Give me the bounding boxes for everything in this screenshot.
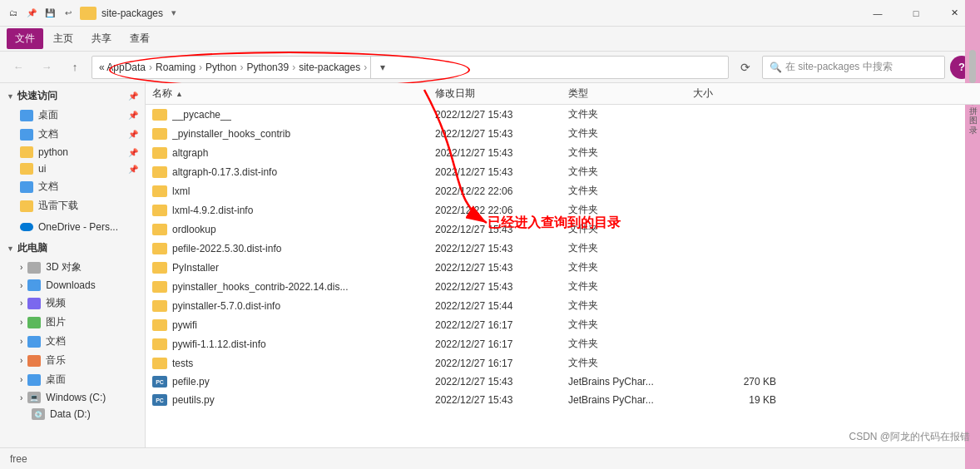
3d-folder-icon [27,262,41,274]
table-row[interactable]: altgraph-0.17.3.dist-info 2022/12/27 15:… [146,162,980,181]
music-chevron: › [20,356,22,365]
minimize-button[interactable]: — [859,0,897,27]
search-placeholder: 在 site-packages 中搜索 [785,60,893,74]
file-type: JetBrains PyChar... [568,394,693,406]
file-type: 文件夹 [568,146,693,160]
sidebar-item-windows-c[interactable]: › 💻 Windows (C:) [0,389,145,406]
search-box[interactable]: 🔍 在 site-packages 中搜索 [762,56,945,79]
menu-bar: 文件 主页 共享 查看 ▲ [0,27,980,52]
sidebar-item-pictures[interactable]: › 图片 [0,313,145,332]
table-row[interactable]: lxml-4.9.2.dist-info 2022/12/22 22:06 文件… [146,200,980,220]
file-name: pyinstaller-5.7.0.dist-info [172,300,280,312]
scrollbar-thumb[interactable] [969,50,976,83]
sidebar-item-label: 迅雷下载 [38,199,78,213]
file-date: 2022/12/27 15:43 [435,166,568,178]
folder-icon [152,205,167,216]
sidebar-item-xunlei[interactable]: 迅雷下载 [0,196,145,215]
vert-text-3: 图 [967,106,978,113]
path-python[interactable]: Python [205,62,236,73]
table-row[interactable]: pywifi 2022/12/27 16:17 文件夹 [146,315,980,334]
table-row[interactable]: __pycache__ 2022/12/27 15:43 文件夹 [146,105,980,124]
address-dropdown[interactable]: ▾ [370,56,393,79]
menu-view[interactable]: 查看 [121,28,158,49]
file-type: 文件夹 [568,260,693,274]
sidebar-item-onedrive[interactable]: OneDrive - Pers... [0,219,145,235]
col-name-label: 名称 [152,86,172,101]
file-name: altgraph-0.17.3.dist-info [172,166,277,178]
downloads-folder-icon [27,279,41,291]
sidebar-item-documents[interactable]: › 文档 [0,332,145,351]
table-row[interactable]: PC peutils.py 2022/12/27 15:43 JetBrains… [146,391,980,409]
col-header-name[interactable]: 名称 ▲ [152,86,435,101]
path-python39[interactable]: Python39 [246,62,289,73]
sidebar-item-ui[interactable]: ui 📌 [0,160,145,177]
sidebar-item-docs2[interactable]: 文档 [0,177,145,196]
table-row[interactable]: ordlookup 2022/12/27 15:43 文件夹 [146,220,980,239]
quick-access-icon: 📌 [25,7,38,20]
file-name-cell: pyinstaller_hooks_contrib-2022.14.dis... [152,281,435,293]
table-row[interactable]: PC pefile.py 2022/12/27 15:43 JetBrains … [146,373,980,391]
table-row[interactable]: lxml 2022/12/22 22:06 文件夹 [146,181,980,200]
sidebar-item-python[interactable]: python 📌 [0,144,145,160]
sidebar-item-label: OneDrive - Pers... [38,221,118,233]
col-header-type[interactable]: 类型 [568,86,693,101]
desktop-pc-folder-icon [27,374,41,386]
table-row[interactable]: _pyinstaller_hooks_contrib 2022/12/27 15… [146,124,980,143]
window-title: site-packages [101,7,163,19]
window-controls: — □ ✕ [859,0,973,27]
sidebar-item-music[interactable]: › 音乐 [0,351,145,370]
sidebar-item-label: python [38,146,68,158]
menu-file[interactable]: 文件 [7,28,43,49]
sidebar-item-downloads[interactable]: › Downloads [0,277,145,294]
folder-icon [152,109,167,121]
title-dropdown[interactable]: ▾ [171,7,176,18]
col-header-size[interactable]: 大小 [693,86,776,101]
status-left: free [10,453,27,465]
file-name-cell: altgraph [152,147,435,159]
menu-share[interactable]: 共享 [83,28,120,49]
table-row[interactable]: pyinstaller_hooks_contrib-2022.14.dis...… [146,277,980,296]
sidebar-item-3dobjects[interactable]: › 3D 对象 [0,258,145,277]
file-type: 文件夹 [568,126,693,141]
folder-icon [152,166,167,178]
table-row[interactable]: pywifi-1.1.12.dist-info 2022/12/27 16:17… [146,334,980,353]
sidebar-item-desktop-pc[interactable]: › 桌面 [0,370,145,389]
table-row[interactable]: altgraph 2022/12/27 15:43 文件夹 [146,143,980,162]
right-strip: 手 拼 图 录 [965,0,980,469]
up-button[interactable]: ↑ [63,56,87,79]
path-site-packages[interactable]: site-packages [299,62,360,73]
file-type: JetBrains PyChar... [568,376,693,388]
menu-home[interactable]: 主页 [45,28,82,49]
quick-access-header[interactable]: ▼ 快速访问 📌 [0,86,145,106]
sidebar-item-label: 视频 [46,296,66,310]
sidebar-item-video[interactable]: › 视频 [0,294,145,313]
col-header-date[interactable]: 修改日期 [435,86,568,101]
sidebar-item-label: Windows (C:) [46,392,106,403]
refresh-button[interactable]: ⟳ [734,56,757,79]
table-row[interactable]: pefile-2022.5.30.dist-info 2022/12/27 15… [146,239,980,258]
this-pc-header[interactable]: ▼ 此电脑 [0,239,145,258]
sidebar-item-label: 图片 [46,315,66,329]
forward-button[interactable]: → [35,56,58,79]
table-row[interactable]: PyInstaller 2022/12/27 15:43 文件夹 [146,258,980,277]
file-name: __pycache__ [172,109,231,121]
file-name: pywifi [172,319,197,331]
file-name-cell: altgraph-0.17.3.dist-info [152,166,435,178]
table-row[interactable]: pyinstaller-5.7.0.dist-info 2022/12/27 1… [146,296,980,315]
file-type: 文件夹 [568,222,693,236]
path-appdata[interactable]: « AppData [99,62,146,73]
address-path[interactable]: « AppData › Roaming › Python › Python39 … [92,56,729,79]
address-bar: ← → ↑ « AppData › Roaming › Python › Pyt… [0,52,980,83]
file-name: pefile.py [172,376,210,388]
main-area: ▼ 快速访问 📌 桌面 📌 文档 📌 python 📌 ui 📌 文档 [0,83,980,469]
sidebar-item-data-d[interactable]: 💿 Data (D:) [0,406,145,422]
undo-icon: ↩ [62,7,75,20]
file-name: lxml [172,185,190,197]
table-row[interactable]: tests 2022/12/27 16:17 文件夹 [146,353,980,373]
folder-icon [80,7,97,20]
back-button[interactable]: ← [7,56,30,79]
maximize-button[interactable]: □ [897,0,935,27]
sidebar-item-docs-quick[interactable]: 文档 📌 [0,125,145,144]
path-roaming[interactable]: Roaming [156,62,196,73]
sidebar-item-desktop-quick[interactable]: 桌面 📌 [0,106,145,125]
